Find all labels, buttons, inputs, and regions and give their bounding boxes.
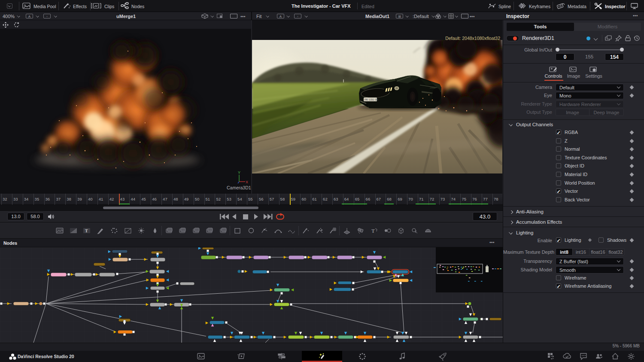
svg-text:Y: Y — [238, 170, 240, 175]
svg-text:FN-131-DK: FN-131-DK — [365, 98, 379, 101]
svg-text:T: T — [371, 228, 375, 234]
svg-text:T: T — [85, 228, 88, 233]
svg-text:X: X — [246, 180, 248, 184]
